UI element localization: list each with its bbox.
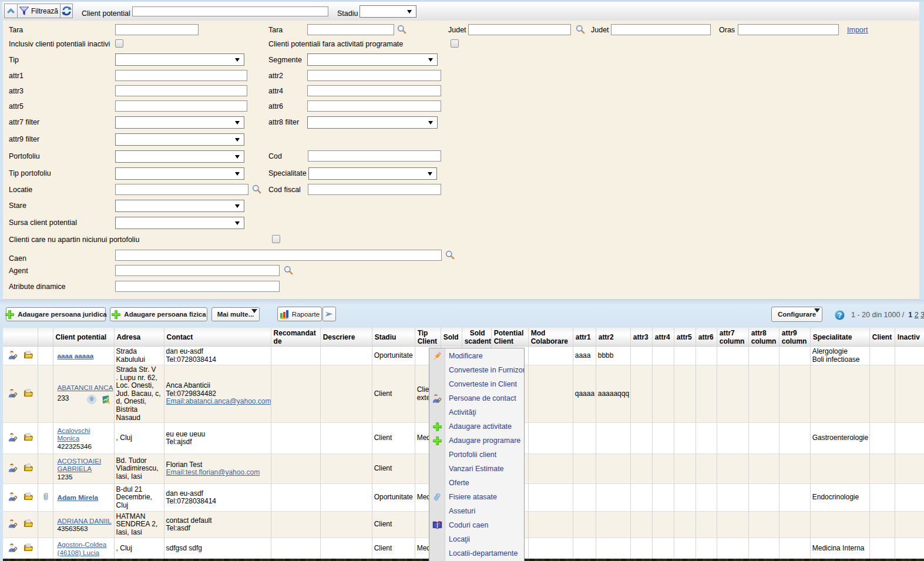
svg-text:?: ? bbox=[838, 311, 842, 320]
